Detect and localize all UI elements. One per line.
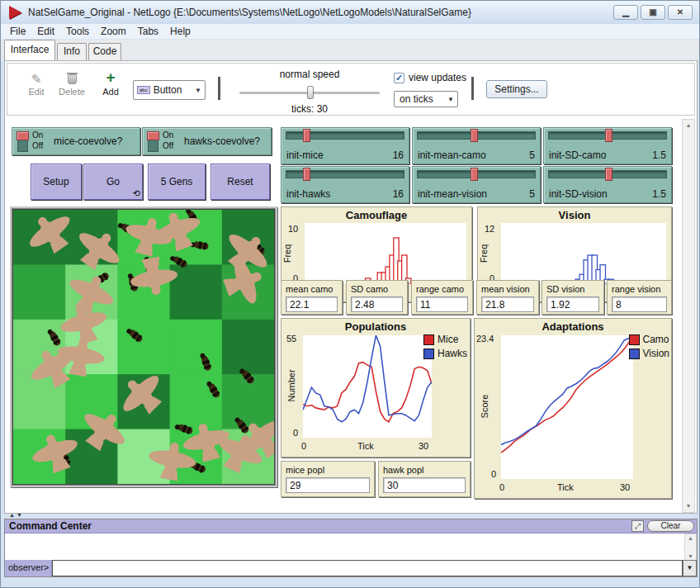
go-button[interactable]: Go⟲ [83,164,143,200]
legend-label: Hawks [438,348,467,359]
slider-track[interactable] [417,131,536,140]
tab-interface[interactable]: Interface [4,40,55,60]
legend-label: Vision [643,348,669,359]
tab-code[interactable]: Code [88,43,121,60]
speed-slider-thumb[interactable] [307,86,314,99]
y-axis-label: Score [480,395,490,419]
slider-track[interactable] [286,170,404,178]
add-widget-button[interactable]: + Add [97,69,125,97]
switch-groove[interactable] [17,132,28,152]
plus-icon: + [97,69,125,87]
slider-track[interactable] [417,170,536,178]
update-mode-dropdown[interactable]: on ticks ▼ [394,91,458,107]
x-min-tick: 0 [301,441,306,451]
splitter-arrows-icon[interactable]: ▲▼ [9,512,24,518]
legend-label: Camo [643,334,669,345]
delete-widget-button[interactable]: Delete [55,72,88,97]
switch-off-label: Off [163,141,173,152]
slider-init-mean-vision[interactable]: init-mean-vision 5 [412,166,541,203]
monitor-value: 22.1 [286,296,338,312]
scroll-up-icon[interactable]: ▲ [685,534,696,543]
expand-icon[interactable]: ⤢ [631,520,644,532]
scroll-up-icon[interactable]: ▲ [683,120,694,131]
slider-track[interactable] [286,131,404,140]
switch-knob[interactable] [17,131,29,140]
slider-track[interactable] [548,131,667,140]
slider-knob[interactable] [605,168,612,181]
menu-zoom[interactable]: Zoom [95,24,132,39]
monitor-hawk-popl: hawk popl 30 [378,461,471,497]
monitor-label: mice popl [286,465,324,475]
tab-strip: Interface Info Code [1,40,699,60]
x-min-tick: 0 [499,482,504,492]
view-updates-checkbox[interactable]: ✓ view updates [394,72,466,83]
tab-info[interactable]: Info [57,43,87,60]
monitor-sd-vision: SD vision 1.92 [542,280,604,315]
slider-init-SD-camo[interactable]: init-SD-camo 1.5 [543,127,672,164]
slider-init-hawks[interactable]: init-hawks 16 [281,166,409,203]
monitor-value: 11 [416,296,468,312]
scroll-down-icon[interactable]: ▼ [683,500,694,512]
update-mode-value: on ticks [400,93,433,105]
slider-label: init-mice [286,149,324,161]
reset-button[interactable]: Reset [210,164,270,200]
mice-legend-swatch [423,334,434,345]
main-vertical-scrollbar[interactable]: ▲ ▼ [682,119,695,513]
settings-button[interactable]: Settings... [486,80,547,98]
clear-button[interactable]: Clear [647,520,694,532]
menu-help[interactable]: Help [164,24,196,39]
hawks-legend-swatch [423,349,434,359]
setup-button-label: Setup [43,176,69,187]
slider-init-mean-camo[interactable]: init-mean-camo 5 [412,127,541,164]
minimize-button[interactable]: ▁ [613,5,638,20]
monitor-label: mean camo [286,284,333,294]
slider-value: 16 [393,149,404,161]
slider-init-mice[interactable]: init-mice 16 [281,127,409,164]
switch-label: hawks-coevolve? [184,135,260,147]
menu-tools[interactable]: Tools [60,24,95,39]
slider-init-SD-vision[interactable]: init-SD-vision 1.5 [543,166,672,203]
plot-title: Vision [478,209,671,221]
title-bar[interactable]: NatSelGame_Original - NetLogo {E:\Docume… [1,1,699,24]
switch-mice-coevolve[interactable]: On Off mice-coevolve? [12,127,140,155]
command-input[interactable] [52,560,683,576]
histogram-plot-area [305,223,466,284]
widget-type-dropdown[interactable]: abc Button ▼ [133,80,206,100]
checkbox-checked-icon: ✓ [394,73,404,83]
slider-knob[interactable] [471,168,478,181]
x-axis-label: Tick [557,482,574,492]
y-min-tick: 0 [491,469,496,479]
history-dropdown-icon[interactable]: ▼ [683,560,697,576]
y-min-tick: 0 [293,428,298,438]
slider-knob[interactable] [303,168,310,181]
monitor-label: SD vision [546,284,584,294]
y-axis-label: Freq [479,244,489,263]
slider-track[interactable] [548,170,667,178]
menu-edit[interactable]: Edit [31,24,60,39]
output-scrollbar[interactable]: ▲ ▼ [684,533,697,562]
slider-knob[interactable] [303,129,310,142]
y-max-tick: 12 [485,224,494,234]
menu-file[interactable]: File [4,24,31,39]
edit-widget-button[interactable]: ✎ Edit [22,72,50,97]
y-max-tick: 55 [286,334,296,344]
speed-slider[interactable] [239,92,380,94]
five-gens-button-label: 5 Gens [161,176,193,187]
y-axis-label: Freq [282,244,292,263]
five-gens-button[interactable]: 5 Gens [148,164,206,200]
slider-value: 16 [393,188,404,200]
view-updates-label: view updates [409,72,466,83]
monitor-label: range camo [416,284,464,294]
switch-knob[interactable] [147,131,159,140]
chevron-down-icon: ▼ [192,87,205,94]
maximize-button[interactable]: ▣ [641,5,665,20]
line-plot-area [303,335,432,438]
close-button[interactable]: ✕ [668,5,693,20]
slider-knob[interactable] [605,129,612,142]
switch-groove[interactable] [148,132,158,152]
switch-on-label: On [32,130,43,141]
setup-button[interactable]: Setup [31,164,82,200]
menu-tabs[interactable]: Tabs [132,24,164,39]
switch-hawks-coevolve[interactable]: On Off hawks-coevolve? [142,127,272,155]
slider-knob[interactable] [471,129,478,142]
